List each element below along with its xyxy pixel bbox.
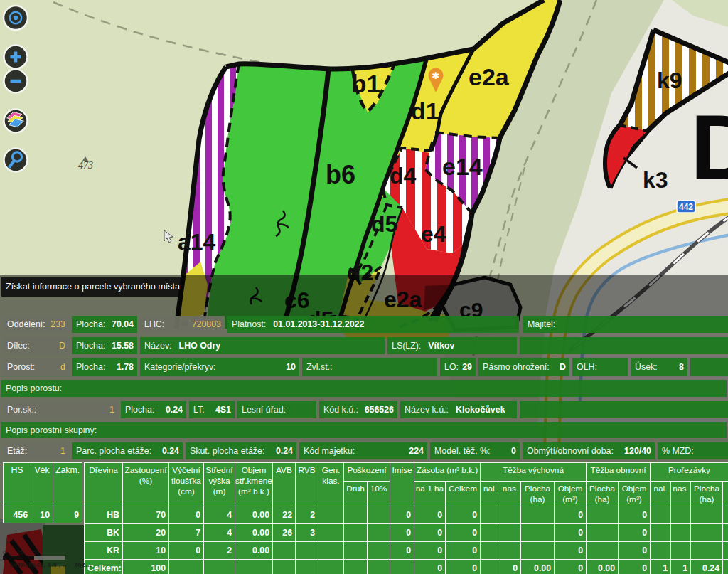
svg-text:d4: d4 [390, 163, 417, 188]
svg-text:✱: ✱ [432, 70, 440, 81]
svg-text:k9: k9 [657, 68, 682, 93]
svg-text:D: D [690, 95, 728, 199]
svg-text:e2a: e2a [469, 63, 510, 90]
svg-text:a14: a14 [178, 229, 216, 255]
svg-text:k3: k3 [643, 167, 668, 193]
svg-text:e4: e4 [421, 221, 446, 247]
svg-text:e14: e14 [442, 153, 483, 180]
svg-text:d1: d1 [411, 97, 439, 124]
svg-text:d5: d5 [371, 211, 397, 237]
svg-text:b6: b6 [326, 160, 355, 189]
svg-text:b1: b1 [351, 70, 380, 97]
svg-text:473: 473 [78, 160, 93, 171]
svg-text:442: 442 [679, 202, 693, 212]
